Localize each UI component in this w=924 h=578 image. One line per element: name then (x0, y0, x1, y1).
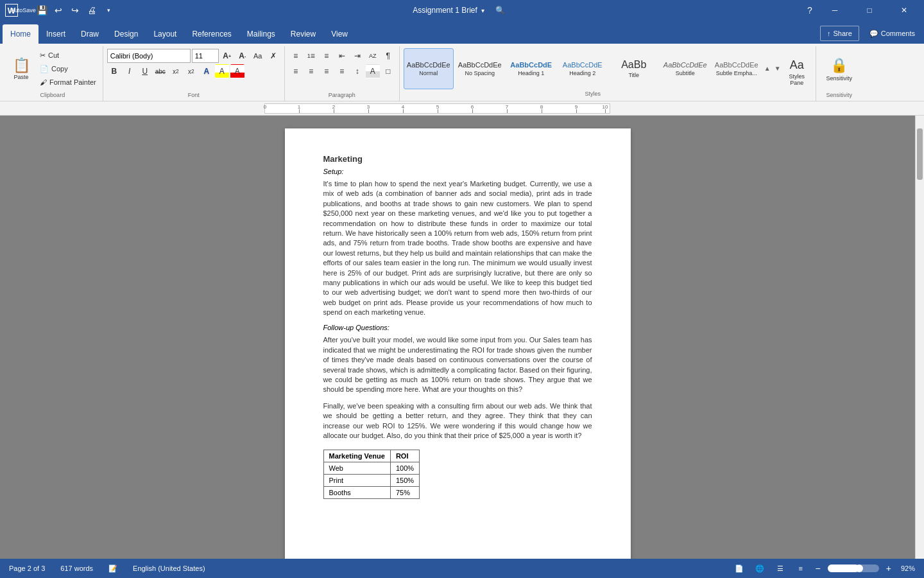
align-right-button[interactable]: ≡ (320, 64, 334, 78)
minimize-button[interactable]: ─ (820, 0, 850, 21)
page-container[interactable]: Marketing Setup: It's time to plan how t… (0, 116, 915, 559)
tab-insert[interactable]: Insert (38, 24, 73, 44)
maximize-button[interactable]: □ (855, 0, 884, 21)
ribbon-search-icon[interactable]: 🔍 (493, 3, 508, 17)
document-page[interactable]: Marketing Setup: It's time to plan how t… (285, 128, 631, 559)
paste-button[interactable]: 📋 Paste (6, 49, 36, 90)
align-left-button[interactable]: ≡ (289, 64, 303, 78)
tab-design[interactable]: Design (107, 24, 146, 44)
tab-references[interactable]: References (184, 24, 239, 44)
style-title[interactable]: AaBb Title (609, 48, 659, 89)
view-draft-button[interactable]: ≡ (793, 561, 809, 575)
para-row-2: ≡ ≡ ≡ ≡ ↕ A □ (289, 64, 395, 78)
decrease-indent-button[interactable]: ⇤ (335, 49, 349, 63)
font-name-input[interactable] (107, 49, 191, 63)
proofing-icon[interactable]: 📝 (106, 563, 120, 574)
style-title-preview: AaBb (621, 58, 646, 72)
numbering-button[interactable]: 1≡ (304, 49, 318, 63)
style-heading2[interactable]: AaBbCcDdE Heading 2 (558, 48, 608, 89)
styles-pane-button[interactable]: Aa StylesPane (782, 52, 812, 93)
copy-icon: 📄 (40, 65, 49, 73)
gallery-prev-arrow[interactable]: ▲ (763, 48, 772, 89)
bullets-button[interactable]: ≡ (289, 49, 303, 63)
change-case-button[interactable]: Aa (251, 49, 265, 63)
print-button[interactable]: 🖨 (85, 3, 99, 17)
grow-font-button[interactable]: A+ (220, 49, 234, 63)
zoom-in-button[interactable]: + (884, 564, 893, 573)
style-normal[interactable]: AaBbCcDdEe Normal (404, 48, 454, 89)
word-count[interactable]: 617 words (58, 563, 96, 574)
format-painter-button[interactable]: 🖌 Format Painter (37, 76, 99, 89)
view-print-button[interactable]: 📄 (732, 561, 747, 575)
tab-review[interactable]: Review (283, 24, 323, 44)
underline-button[interactable]: U (138, 64, 152, 78)
style-no-spacing[interactable]: AaBbCcDdEe No Spacing (455, 48, 505, 89)
zoom-out-button[interactable]: − (814, 564, 823, 573)
view-outline-button[interactable]: ☰ (773, 561, 788, 575)
clear-format-button[interactable]: ✗ (266, 49, 280, 63)
style-normal-preview: AaBbCcDdEe (407, 60, 450, 69)
increase-indent-button[interactable]: ⇥ (350, 49, 364, 63)
autosave-label[interactable]: AutoSave ● (22, 5, 32, 15)
tab-home[interactable]: Home (3, 24, 38, 44)
line-spacing-button[interactable]: ↕ (350, 64, 364, 78)
superscript-button[interactable]: x2 (184, 64, 198, 78)
ruler: 0 1 2 3 4 5 6 7 8 9 10 (0, 101, 924, 116)
styles-gallery: AaBbCcDdEe Normal AaBbCcDdEe No Spacing … (404, 48, 782, 89)
clipboard-content: 📋 Paste ✂ Cut 📄 Copy 🖌 Format Painter (6, 46, 99, 91)
style-heading1[interactable]: AaBbCcDdE Heading 1 (506, 48, 556, 89)
undo-button[interactable]: ↩ (51, 3, 65, 17)
comments-button[interactable]: 💬 Comments (863, 26, 921, 41)
highlight-button[interactable]: A (215, 64, 229, 78)
style-subtle-emphasis[interactable]: AaBbCcDdEe Subtle Empha... (712, 48, 762, 89)
style-subtitle[interactable]: AaBbCcDdEe Subtitle (660, 48, 710, 89)
tab-view[interactable]: View (323, 24, 355, 44)
doc-setup-text: It's time to plan how to spend the next … (323, 179, 592, 317)
page-indicator[interactable]: Page 2 of 3 (6, 563, 47, 574)
table-row-booths: Booths 75% (323, 487, 420, 499)
borders-button[interactable]: □ (381, 64, 395, 78)
tab-draw[interactable]: Draw (73, 24, 107, 44)
tab-layout[interactable]: Layout (146, 24, 184, 44)
font-size-input[interactable] (192, 49, 219, 63)
align-center-button[interactable]: ≡ (304, 64, 318, 78)
font-row-2: B I U abc x2 x2 A A A (107, 64, 244, 78)
scroll-thumb[interactable] (917, 128, 923, 180)
sensitivity-button[interactable]: 🔒 Sensitivity (820, 49, 859, 90)
justify-button[interactable]: ≡ (335, 64, 349, 78)
gallery-next-arrow[interactable]: ▼ (773, 48, 782, 89)
italic-button[interactable]: I (123, 64, 137, 78)
multilevel-button[interactable]: ≡ (320, 49, 334, 63)
para-row-1: ≡ 1≡ ≡ ⇤ ⇥ AZ ¶ (289, 49, 395, 63)
comments-icon: 💬 (869, 30, 878, 38)
close-button[interactable]: ✕ (889, 0, 919, 21)
copy-button[interactable]: 📄 Copy (37, 62, 99, 75)
sort-button[interactable]: AZ (366, 49, 380, 63)
zoom-percentage[interactable]: 92% (898, 563, 918, 574)
share-button[interactable]: ↑ Share (820, 26, 859, 41)
quick-access-dropdown[interactable]: ▾ (101, 3, 116, 17)
title-dropdown-icon[interactable]: ▾ (481, 7, 484, 14)
tab-mailings[interactable]: Mailings (239, 24, 283, 44)
language-indicator[interactable]: English (United States) (130, 563, 208, 574)
subscript-button[interactable]: x2 (169, 64, 183, 78)
redo-button[interactable]: ↪ (68, 3, 82, 17)
save-button[interactable]: 💾 (35, 3, 49, 17)
strikethrough-button[interactable]: abc (153, 64, 167, 78)
sensitivity-label: Sensitivity (826, 91, 852, 98)
table-cell-booths-venue: Booths (323, 487, 390, 499)
font-color-button[interactable]: A (230, 64, 244, 78)
ribbon-group-styles: AaBbCcDdEe Normal AaBbCcDdEe No Spacing … (400, 46, 816, 101)
scroll-bar-right[interactable] (915, 116, 924, 559)
help-icon[interactable]: ? (805, 5, 815, 15)
view-web-button[interactable]: 🌐 (752, 561, 767, 575)
text-effect-button[interactable]: A (200, 64, 214, 78)
document-title: Assignment 1 Brief (413, 6, 477, 15)
show-hide-button[interactable]: ¶ (381, 49, 395, 63)
bold-button[interactable]: B (107, 64, 121, 78)
cut-button[interactable]: ✂ Cut (37, 49, 99, 62)
shrink-font-button[interactable]: A- (235, 49, 250, 63)
zoom-slider[interactable] (828, 565, 879, 572)
table-cell-web-roi: 100% (390, 462, 419, 475)
shading-button[interactable]: A (366, 64, 380, 78)
